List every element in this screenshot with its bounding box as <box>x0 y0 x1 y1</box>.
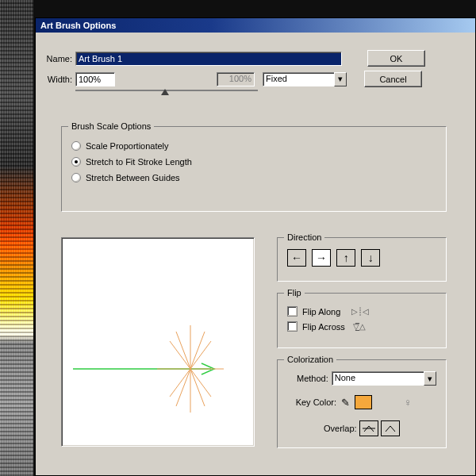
key-color-label: Key Color: <box>287 397 336 407</box>
direction-legend: Direction <box>284 232 324 242</box>
radio-icon <box>71 141 81 151</box>
checkbox-icon <box>287 321 298 332</box>
method-value: None <box>332 371 424 386</box>
radio-stretch-fit[interactable]: Stretch to Fit Stroke Length <box>71 157 436 167</box>
tips-icon[interactable]: ♀ <box>404 396 413 409</box>
background-texture <box>0 0 33 476</box>
cancel-button[interactable]: Cancel <box>364 71 422 87</box>
key-color-swatch[interactable] <box>355 395 372 409</box>
method-label: Method: <box>287 374 328 383</box>
art-brush-options-dialog: Art Brush Options Name: OK Width: 100% F… <box>35 17 476 476</box>
overlap-option-2[interactable] <box>381 420 400 436</box>
flip-fieldset: Flip Flip Along ▷┊◁ Flip Across ▽̲̅△ <box>277 293 447 348</box>
overlap-label: Overlap: <box>324 424 357 433</box>
name-label: Name: <box>40 54 72 63</box>
dialog-title: Art Brush Options <box>40 21 116 30</box>
radio-scale-proportionately[interactable]: Scale Proportionately <box>71 141 436 151</box>
direction-fieldset: Direction ← → ↑ ↓ <box>277 237 447 282</box>
name-input[interactable] <box>75 52 342 66</box>
flip-along-icon: ▷┊◁ <box>351 307 369 316</box>
flip-across-checkbox[interactable]: Flip Across ▽̲̅△ <box>287 321 436 332</box>
method-select[interactable]: None ▾ <box>332 371 436 386</box>
width-readonly: 100% <box>217 72 255 86</box>
chevron-down-icon: ▾ <box>424 371 436 386</box>
flip-legend: Flip <box>284 288 305 298</box>
direction-up-button[interactable]: ↑ <box>336 249 355 267</box>
radio-icon <box>71 157 81 167</box>
overlap-option-1[interactable] <box>359 420 378 436</box>
direction-down-button[interactable]: ↓ <box>361 249 380 267</box>
titlebar: Art Brush Options <box>36 18 475 33</box>
colorization-legend: Colorization <box>284 355 336 364</box>
width-mode-select[interactable]: Fixed ▾ <box>263 72 347 86</box>
flip-along-checkbox[interactable]: Flip Along ▷┊◁ <box>287 306 436 317</box>
colorization-fieldset: Colorization Method: None ▾ Key Color: ✎… <box>277 359 447 448</box>
direction-left-button[interactable]: ← <box>287 249 306 267</box>
width-input[interactable] <box>75 72 115 86</box>
radio-stretch-guides[interactable]: Stretch Between Guides <box>71 173 436 182</box>
flip-across-icon: ▽̲̅△ <box>353 322 366 331</box>
brush-preview <box>61 237 255 447</box>
width-slider[interactable] <box>75 90 258 91</box>
ok-button[interactable]: OK <box>367 50 425 67</box>
eyedropper-icon[interactable]: ✎ <box>341 397 350 409</box>
width-mode-value: Fixed <box>263 72 334 86</box>
direction-right-button[interactable]: → <box>312 249 331 267</box>
checkbox-icon <box>287 306 298 317</box>
chevron-down-icon: ▾ <box>334 72 347 86</box>
slider-thumb[interactable] <box>161 89 169 95</box>
radio-icon <box>71 173 81 182</box>
scale-legend: Brush Scale Options <box>68 121 154 131</box>
width-label: Width: <box>40 75 72 84</box>
brush-scale-fieldset: Brush Scale Options Scale Proportionatel… <box>61 126 447 212</box>
